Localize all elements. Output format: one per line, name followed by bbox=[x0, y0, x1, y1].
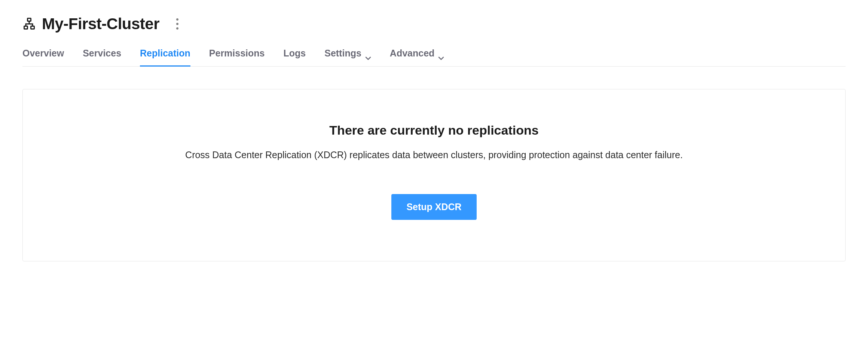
tab-label: Settings bbox=[324, 48, 361, 59]
tab-label: Logs bbox=[284, 48, 306, 59]
kebab-dot-icon bbox=[176, 27, 178, 30]
tab-label: Advanced bbox=[390, 48, 434, 59]
setup-xdcr-button[interactable]: Setup XDCR bbox=[391, 194, 476, 220]
chevron-down-icon bbox=[438, 52, 444, 55]
empty-state-description: Cross Data Center Replication (XDCR) rep… bbox=[185, 150, 683, 160]
empty-state-title: There are currently no replications bbox=[329, 123, 538, 138]
svg-rect-0 bbox=[28, 18, 31, 21]
more-menu-button[interactable] bbox=[173, 17, 182, 31]
page-header: My-First-Cluster bbox=[22, 15, 846, 33]
chevron-down-icon bbox=[365, 52, 371, 55]
cluster-title: My-First-Cluster bbox=[42, 15, 159, 33]
tab-logs[interactable]: Logs bbox=[284, 48, 306, 67]
tab-replication[interactable]: Replication bbox=[140, 48, 190, 67]
tab-label: Permissions bbox=[209, 48, 265, 59]
tab-bar: Overview Services Replication Permission… bbox=[22, 48, 846, 67]
svg-rect-1 bbox=[24, 26, 28, 29]
kebab-dot-icon bbox=[176, 23, 178, 25]
tab-overview[interactable]: Overview bbox=[22, 48, 64, 67]
tab-settings[interactable]: Settings bbox=[324, 48, 371, 67]
cluster-icon bbox=[22, 17, 36, 31]
tab-advanced[interactable]: Advanced bbox=[390, 48, 444, 67]
replication-empty-state: There are currently no replications Cros… bbox=[22, 89, 846, 261]
tab-permissions[interactable]: Permissions bbox=[209, 48, 265, 67]
tab-label: Overview bbox=[22, 48, 64, 59]
svg-rect-2 bbox=[31, 26, 34, 29]
tab-label: Services bbox=[83, 48, 121, 59]
tab-label: Replication bbox=[140, 48, 190, 59]
kebab-dot-icon bbox=[176, 18, 178, 21]
tab-services[interactable]: Services bbox=[83, 48, 121, 67]
